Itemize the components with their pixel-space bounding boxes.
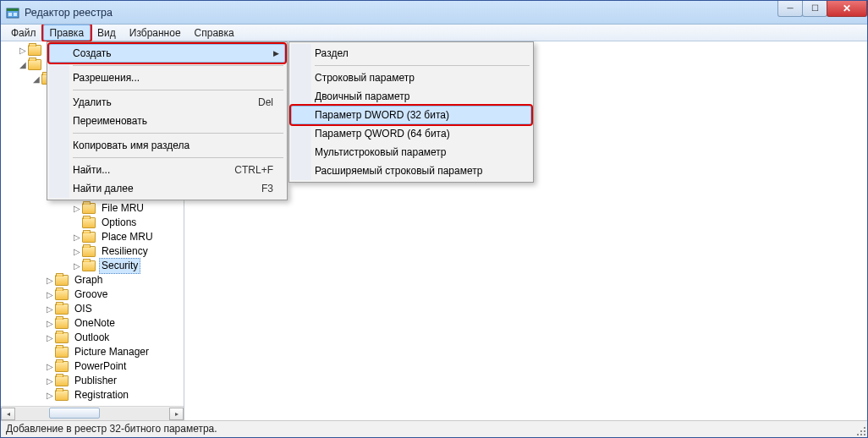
- menu-favorites[interactable]: Избранное: [123, 25, 188, 41]
- title-bar: Редактор реестра ─ ☐ ✕: [1, 1, 867, 25]
- menu-item-accelerator: Del: [258, 96, 273, 108]
- submenu-arrow-icon: ▶: [273, 49, 279, 57]
- folder-icon: [55, 275, 69, 286]
- window-title: Редактор реестра: [25, 7, 113, 19]
- menu-item-label: Мультистроковый параметр: [315, 146, 447, 158]
- create-submenu: Раздел Строковый параметр Двоичный парам…: [288, 41, 534, 183]
- edit-menu-dropdown: Создать ▶ Разрешения... УдалитьDel Переи…: [47, 41, 288, 200]
- submenu-item-binary[interactable]: Двоичный параметр: [291, 87, 531, 106]
- menu-item-label: Двоичный параметр: [315, 90, 410, 102]
- folder-icon: [82, 217, 96, 228]
- tree-node[interactable]: ▷OneNote: [45, 316, 184, 331]
- scroll-right-button[interactable]: ▸: [169, 408, 184, 420]
- svg-rect-3: [14, 13, 17, 16]
- submenu-item-string[interactable]: Строковый параметр: [291, 68, 531, 87]
- folder-icon: [55, 361, 69, 372]
- resize-grip[interactable]: [854, 424, 865, 435]
- menu-separator: [73, 133, 283, 134]
- folder-icon: [82, 232, 96, 243]
- status-text: Добавление в реестр 32-битного параметра…: [6, 423, 217, 435]
- menu-view[interactable]: Вид: [91, 25, 123, 41]
- tree-node[interactable]: ▷PowerPoint: [45, 359, 184, 374]
- tree-node[interactable]: ▷Outlook: [45, 331, 184, 345]
- svg-rect-1: [7, 8, 19, 11]
- menu-item-find-next[interactable]: Найти далееF3: [49, 179, 285, 198]
- menu-item-label: Переименовать: [73, 115, 147, 127]
- folder-icon: [55, 390, 69, 401]
- regedit-icon: [6, 6, 19, 19]
- menu-item-create[interactable]: Создать ▶: [49, 44, 285, 63]
- minimize-button[interactable]: ─: [777, 0, 803, 17]
- menu-item-label: Разрешения...: [73, 72, 140, 84]
- tree-node[interactable]: Picture Manager: [45, 345, 184, 359]
- submenu-item-expandstring[interactable]: Расширяемый строковый параметр: [291, 162, 531, 180]
- tree-node[interactable]: ▷Publisher: [45, 374, 184, 388]
- menu-bar: Файл Правка Вид Избранное Справка: [1, 25, 867, 41]
- menu-item-label: Расширяемый строковый параметр: [315, 165, 482, 177]
- tree-node-selected: Security: [99, 258, 140, 274]
- horizontal-scrollbar[interactable]: ◂ ▸: [1, 406, 184, 420]
- menu-item-label: Параметр DWORD (32 бита): [315, 109, 449, 121]
- folder-icon: [82, 246, 96, 257]
- menu-item-find[interactable]: Найти...CTRL+F: [49, 161, 285, 179]
- menu-item-label: Удалить: [73, 96, 112, 108]
- menu-item-label: Копировать имя раздела: [73, 140, 190, 151]
- submenu-item-multistring[interactable]: Мультистроковый параметр: [291, 143, 531, 162]
- folder-icon: [55, 332, 69, 343]
- menu-separator: [73, 90, 283, 90]
- tree-node[interactable]: ▷Place MRU: [72, 230, 184, 244]
- tree-node[interactable]: ▷OIS: [45, 302, 184, 316]
- menu-item-delete[interactable]: УдалитьDel: [49, 93, 285, 112]
- menu-item-label: Параметр QWORD (64 бита): [315, 128, 450, 140]
- menu-item-rename[interactable]: Переименовать: [49, 112, 285, 130]
- scroll-track[interactable]: [15, 408, 169, 420]
- menu-item-label: Раздел: [315, 47, 349, 59]
- folder-icon: [55, 347, 69, 358]
- tree-node[interactable]: ▷File MRU: [72, 201, 184, 216]
- tree-node[interactable]: Options: [72, 216, 184, 230]
- menu-separator: [315, 65, 530, 66]
- folder-icon: [55, 304, 69, 315]
- status-bar: Добавление в реестр 32-битного параметра…: [1, 420, 867, 437]
- submenu-item-qword[interactable]: Параметр QWORD (64 бита): [291, 124, 531, 143]
- tree-node[interactable]: ▷Graph: [45, 273, 184, 287]
- menu-separator: [73, 65, 283, 66]
- folder-icon: [28, 45, 41, 56]
- folder-icon: [82, 260, 96, 271]
- menu-separator: [73, 157, 283, 158]
- menu-item-accelerator: F3: [261, 183, 273, 194]
- menu-edit[interactable]: Правка: [43, 25, 91, 41]
- svg-rect-2: [8, 13, 12, 16]
- folder-icon: [55, 318, 69, 329]
- menu-item-copy-key-name[interactable]: Копировать имя раздела: [49, 136, 285, 155]
- scroll-left-button[interactable]: ◂: [1, 408, 15, 420]
- close-button[interactable]: ✕: [827, 0, 867, 17]
- folder-icon: [82, 203, 96, 214]
- tree-node[interactable]: ▷Resiliency: [72, 244, 184, 259]
- submenu-item-dword[interactable]: Параметр DWORD (32 бита): [291, 106, 531, 124]
- menu-item-label: Найти...: [73, 164, 110, 176]
- folder-icon: [55, 375, 69, 386]
- menu-item-label: Найти далее: [73, 183, 134, 194]
- menu-item-permissions[interactable]: Разрешения...: [49, 68, 285, 87]
- window-buttons: ─ ☐ ✕: [778, 0, 867, 17]
- submenu-item-key[interactable]: Раздел: [291, 44, 531, 63]
- tree-node[interactable]: ▷Groove: [45, 287, 184, 302]
- menu-item-accelerator: CTRL+F: [234, 164, 273, 176]
- folder-icon: [55, 289, 69, 300]
- tree-node[interactable]: ▷Registration: [45, 388, 184, 402]
- menu-item-label: Строковый параметр: [315, 72, 415, 84]
- menu-help[interactable]: Справка: [188, 25, 241, 41]
- folder-icon: [28, 59, 41, 70]
- menu-file[interactable]: Файл: [4, 25, 43, 41]
- tree-node[interactable]: ▷Security: [72, 259, 184, 273]
- maximize-button[interactable]: ☐: [802, 0, 827, 17]
- menu-item-label: Создать: [73, 47, 112, 59]
- scroll-thumb[interactable]: [49, 408, 100, 419]
